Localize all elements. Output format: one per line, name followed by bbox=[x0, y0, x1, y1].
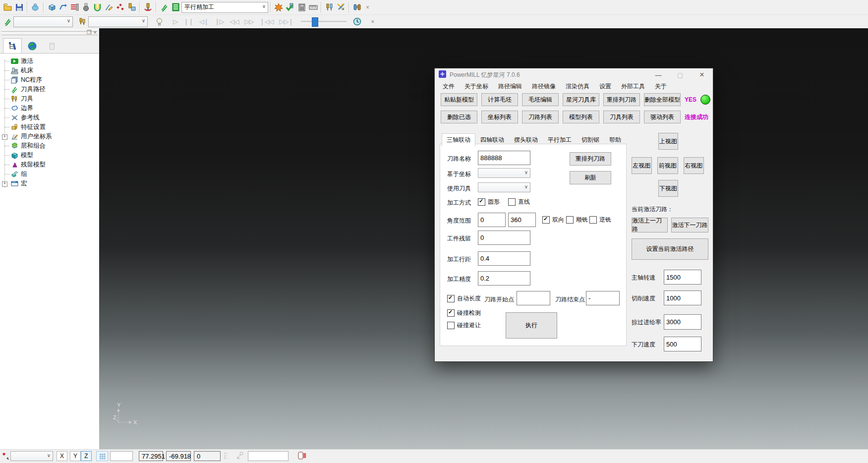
measure-icon[interactable] bbox=[307, 1, 319, 13]
climb-checkbox[interactable]: 顺铣 bbox=[566, 216, 588, 224]
menu-coords[interactable]: 关于坐标 bbox=[460, 82, 493, 91]
feeds-speeds-icon[interactable] bbox=[69, 1, 80, 13]
verify-tool-icon[interactable] bbox=[285, 1, 296, 13]
menu-file[interactable]: 文件 bbox=[438, 82, 460, 91]
toolpath-icon[interactable] bbox=[2, 16, 13, 27]
tree-item-nc-program[interactable]: NC程序 bbox=[0, 75, 99, 85]
tree-item-stock-model[interactable]: 残留模型 bbox=[0, 160, 99, 170]
auto-length-checkbox[interactable]: 自动长度 bbox=[447, 294, 481, 303]
grid-size-input[interactable] bbox=[110, 451, 133, 461]
tool-block-icon[interactable] bbox=[126, 1, 137, 13]
shaded-render-icon[interactable] bbox=[30, 1, 41, 13]
drill-icon[interactable] bbox=[142, 1, 154, 13]
lamp-icon[interactable] bbox=[154, 16, 165, 27]
tool-list-button[interactable]: 刀具列表 bbox=[603, 111, 640, 123]
explorer-tree-tab[interactable] bbox=[3, 38, 22, 54]
toolpath-icon[interactable] bbox=[159, 1, 170, 13]
execute-button[interactable]: 执行 bbox=[506, 312, 557, 339]
toolbar-close-icon[interactable]: × bbox=[368, 18, 377, 25]
fast-forward-icon[interactable]: ▷▷ bbox=[242, 16, 257, 27]
toolpath-name-input[interactable] bbox=[478, 151, 530, 165]
tree-item-machine[interactable]: 机床 bbox=[0, 66, 99, 75]
panel-close-icon[interactable]: × bbox=[94, 29, 97, 36]
delete-all-models-button[interactable]: 删除全部模型 bbox=[644, 93, 681, 106]
tab-tilt-head[interactable]: 摆头联动 bbox=[509, 133, 543, 147]
refresh-button[interactable]: 刷新 bbox=[570, 171, 611, 184]
speed-slider-handle[interactable] bbox=[312, 17, 318, 27]
coord-combobox[interactable] bbox=[478, 168, 530, 178]
angle-to-input[interactable] bbox=[508, 213, 536, 227]
rearrange-toolpaths-button[interactable]: 重排列刀路 bbox=[603, 93, 640, 106]
tab-parallel[interactable]: 平行加工 bbox=[543, 133, 577, 147]
tool-combobox[interactable] bbox=[478, 182, 530, 192]
tree-item-toolpath[interactable]: 刀具路径 bbox=[0, 85, 99, 94]
points-icon[interactable] bbox=[115, 1, 126, 13]
toolpath-list-button[interactable]: 刀路列表 bbox=[522, 111, 559, 123]
cutting-feed-input[interactable] bbox=[664, 290, 701, 305]
tree-item-workplane[interactable]: +用户坐标系 bbox=[0, 132, 99, 141]
circle-checkbox[interactable]: 圆形 bbox=[478, 198, 500, 206]
menu-settings[interactable]: 设置 bbox=[594, 82, 616, 91]
toolpath-connections-icon[interactable] bbox=[58, 1, 69, 13]
expand-icon[interactable]: + bbox=[2, 134, 7, 140]
tool-library-button[interactable]: 星河刀具库 bbox=[563, 93, 599, 106]
tree-item-pattern[interactable]: 参考线 bbox=[0, 113, 99, 122]
angle-from-input[interactable] bbox=[478, 213, 506, 227]
collision-avoid-checkbox[interactable]: 碰撞避让 bbox=[447, 321, 481, 330]
bidirectional-checkbox[interactable]: 双向 bbox=[542, 216, 564, 224]
paste-new-model-button[interactable]: 粘贴新模型 bbox=[441, 93, 477, 106]
rearrange-button[interactable]: 重排列刀路 bbox=[570, 152, 611, 166]
view-bottom-button[interactable]: 下视图 bbox=[658, 180, 678, 197]
tool-pair-icon[interactable] bbox=[324, 1, 335, 13]
delete-selected-button[interactable]: 删除已选 bbox=[441, 111, 477, 123]
toolbar-close-icon[interactable]: × bbox=[363, 4, 372, 11]
conventional-checkbox[interactable]: 逆铣 bbox=[589, 216, 611, 224]
activate-next-button[interactable]: 激活下一刀路 bbox=[671, 218, 708, 232]
view-left-button[interactable]: 左视图 bbox=[632, 157, 652, 174]
menu-render-sim[interactable]: 渲染仿真 bbox=[561, 82, 594, 91]
save-icon[interactable] bbox=[13, 1, 25, 13]
minimize-button[interactable]: — bbox=[647, 68, 669, 81]
strategy-list-icon[interactable] bbox=[170, 1, 181, 13]
panel-grip[interactable] bbox=[1, 33, 98, 35]
tree-item-tool[interactable]: 刀具 bbox=[0, 94, 99, 104]
workplane-combobox[interactable] bbox=[10, 451, 53, 461]
tool-combobox[interactable] bbox=[88, 16, 148, 27]
calc-stock-button[interactable]: 计算毛坯 bbox=[481, 93, 518, 106]
go-start-icon[interactable]: ❘◁◁ bbox=[257, 16, 277, 27]
ball-tool-icon[interactable] bbox=[80, 1, 92, 13]
step-forward-icon[interactable]: ❘▷ bbox=[212, 16, 227, 27]
set-active-path-button[interactable]: 设置当前激活路径 bbox=[632, 238, 708, 260]
clipboard-icon[interactable] bbox=[297, 451, 306, 461]
coord-list-button[interactable]: 坐标列表 bbox=[481, 111, 518, 123]
measure-input[interactable] bbox=[248, 451, 289, 461]
strategy-combobox[interactable]: 平行精加工 bbox=[181, 2, 268, 13]
panel-grip[interactable] bbox=[1, 29, 98, 32]
calculator-icon[interactable] bbox=[296, 1, 307, 13]
stepover-input[interactable] bbox=[478, 251, 530, 266]
menu-about[interactable]: 关于 bbox=[650, 82, 672, 91]
axis-z-button[interactable]: Z bbox=[81, 451, 92, 461]
tree-item-model[interactable]: 模型 bbox=[0, 151, 99, 160]
swap-arrows-icon[interactable] bbox=[335, 1, 347, 13]
menu-external-tools[interactable]: 外部工具 bbox=[616, 82, 650, 91]
collision-check-checkbox[interactable]: 碰撞检测 bbox=[447, 309, 481, 317]
view-front-button[interactable]: 前视图 bbox=[657, 157, 678, 174]
tab-4axis[interactable]: 四轴联动 bbox=[475, 133, 509, 147]
spindle-speed-input[interactable] bbox=[664, 270, 701, 285]
step-back-icon[interactable]: ◁❘ bbox=[196, 16, 212, 27]
world-tab[interactable] bbox=[23, 38, 42, 54]
tolerance-input[interactable] bbox=[478, 271, 530, 286]
end-point-input[interactable] bbox=[586, 291, 620, 305]
activate-prev-button[interactable]: 激活上一刀路 bbox=[632, 218, 668, 232]
stock-input[interactable] bbox=[478, 231, 530, 245]
pause-icon[interactable]: ❘❘ bbox=[180, 16, 196, 27]
spark-tool-icon[interactable] bbox=[273, 1, 285, 13]
binoculars-icon[interactable] bbox=[351, 1, 363, 13]
tree-item-boundary[interactable]: 边界 bbox=[0, 104, 99, 113]
leads-links-icon[interactable] bbox=[92, 1, 103, 13]
stock-block-icon[interactable] bbox=[46, 1, 58, 13]
rewind-icon[interactable]: ◁◁ bbox=[227, 16, 242, 27]
recycle-bin-tab[interactable] bbox=[43, 38, 61, 54]
menu-path-edit[interactable]: 路径编辑 bbox=[493, 82, 527, 91]
